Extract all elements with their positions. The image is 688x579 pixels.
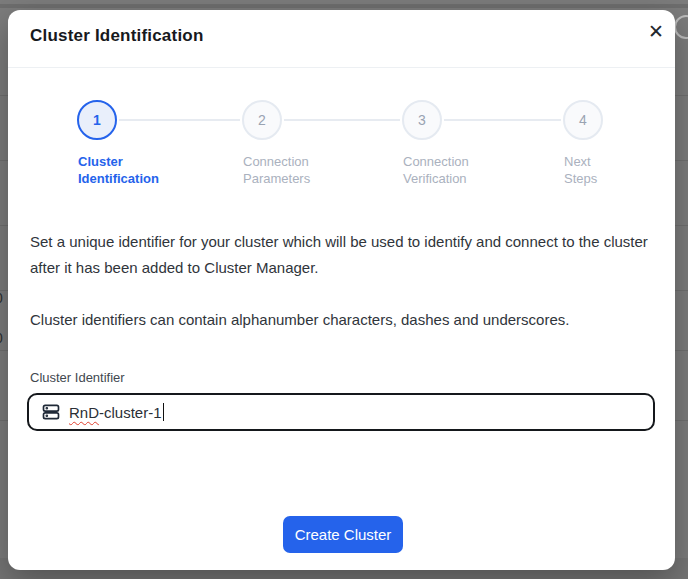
- step-number: 1: [93, 112, 101, 128]
- backdrop-topbar: [0, 4, 688, 8]
- backdrop-text-fragment: 0: [0, 330, 3, 346]
- step-connector: [444, 119, 561, 121]
- rules-paragraph: Cluster identifiers can contain alphanum…: [30, 307, 660, 333]
- backdrop-text-fragment: 0: [0, 290, 3, 306]
- step-number: 2: [258, 112, 266, 128]
- dialog-title: Cluster Identification: [30, 26, 203, 46]
- step-connector: [119, 119, 240, 121]
- cluster-identification-dialog: Cluster Identification ✕ 1 2 3 4 Cluster…: [8, 10, 675, 570]
- step-label-line: Parameters: [243, 170, 393, 187]
- step-number: 3: [418, 112, 426, 128]
- server-stack-icon: [41, 402, 61, 422]
- step-label-connection-parameters: Connection Parameters: [243, 153, 393, 187]
- step-label-cluster-identification: Cluster Identification: [78, 153, 228, 187]
- cluster-identifier-input[interactable]: RnD-cluster-1: [27, 393, 655, 431]
- misspelled-fragment: RnD: [69, 404, 99, 421]
- step-label-connection-verification: Connection Verification: [403, 153, 553, 187]
- step-label-line: Steps: [564, 170, 688, 187]
- step-label-line: Identification: [78, 170, 228, 187]
- step-number: 4: [579, 112, 587, 128]
- input-value: RnD-cluster-1: [69, 404, 162, 421]
- step-label-line: Connection: [403, 153, 553, 170]
- step-connector: [284, 119, 400, 121]
- cluster-identifier-label: Cluster Identifier: [30, 370, 125, 385]
- step-label-line: Next: [564, 153, 688, 170]
- text-caret: [163, 403, 164, 421]
- step-label-line: Cluster: [78, 153, 228, 170]
- step-indicator-3: 3: [402, 100, 442, 140]
- step-label-line: Verification: [403, 170, 553, 187]
- step-label-next-steps: Next Steps: [564, 153, 688, 187]
- header-divider: [8, 67, 675, 68]
- create-cluster-button[interactable]: Create Cluster: [283, 516, 403, 553]
- backdrop-partial-circle-icon: [674, 15, 688, 39]
- value-rest: -cluster-1: [99, 404, 162, 421]
- description-paragraph: Set a unique identifier for your cluster…: [30, 229, 660, 281]
- step-label-line: Connection: [243, 153, 393, 170]
- step-indicator-2: 2: [242, 100, 282, 140]
- step-indicator-1: 1: [77, 100, 117, 140]
- close-icon[interactable]: ✕: [642, 18, 670, 46]
- screen: 0 0 u 83 Cluster Identification ✕ 1 2 3 …: [0, 0, 688, 579]
- step-indicator-4: 4: [563, 100, 603, 140]
